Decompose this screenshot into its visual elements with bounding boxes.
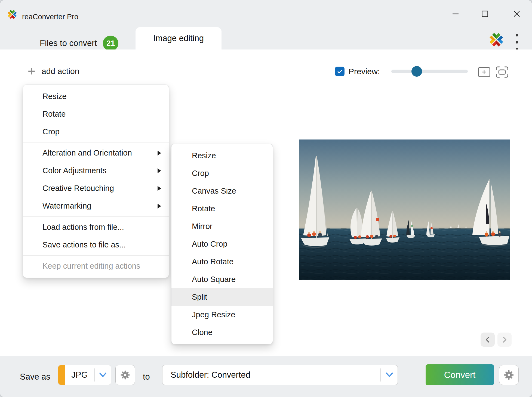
- zoom-original-button[interactable]: [478, 66, 491, 78]
- convert-label: Convert: [444, 370, 476, 380]
- tab-files-label: Files to convert: [40, 38, 97, 48]
- bottom-bar: Save as JPG to Subfolder: Converted Conv…: [0, 356, 532, 397]
- submenu-arrow-icon: [158, 151, 161, 156]
- submenu-item-mirror[interactable]: Mirror: [171, 218, 273, 235]
- submenu-item-auto-square[interactable]: Auto Square: [171, 271, 273, 288]
- gear-icon: [120, 370, 131, 380]
- menu-separator: [23, 255, 169, 256]
- fullscreen-icon: [496, 66, 508, 78]
- menu-separator: [23, 216, 169, 217]
- format-dropdown[interactable]: JPG: [58, 365, 111, 385]
- minimize-button[interactable]: [450, 8, 461, 19]
- format-value: JPG: [65, 365, 94, 385]
- preview-controls: Preview:: [334, 64, 532, 79]
- tab-image-editing-label: Image editing: [153, 33, 204, 43]
- submenu-arrow-icon: [158, 168, 161, 173]
- more-options-button[interactable]: [514, 32, 519, 52]
- submenu-item-auto-rotate[interactable]: Auto Rotate: [171, 253, 273, 271]
- add-action-button[interactable]: add action: [27, 64, 79, 79]
- menu-item-color-adjustments[interactable]: Color Adjustments: [23, 162, 169, 179]
- format-settings-button[interactable]: [115, 365, 135, 385]
- menu-item-save-actions-to-file[interactable]: Save actions to file as...: [23, 236, 169, 254]
- menu-item-keep-current-editing-actions: Keep current editing actions: [23, 257, 169, 275]
- submenu-item-rotate[interactable]: Rotate: [171, 200, 273, 218]
- divider: [94, 368, 95, 382]
- title-bar: reaConverter Pro: [0, 0, 532, 25]
- save-as-label: Save as: [20, 372, 50, 382]
- fullscreen-button[interactable]: [496, 66, 509, 78]
- maximize-icon: [481, 10, 488, 17]
- destination-value: Subfolder: Converted: [171, 365, 376, 385]
- submenu-item-split[interactable]: Split: [171, 288, 273, 306]
- menu-item-creative-retouching[interactable]: Creative Retouching: [23, 179, 169, 197]
- preview-label: Preview:: [349, 67, 380, 76]
- format-accent-strip: [58, 365, 65, 385]
- image-editing-panel: add action Preview:: [0, 49, 532, 356]
- menu-item-load-actions-from-file[interactable]: Load actions from file...: [23, 218, 169, 236]
- window-title: reaConverter Pro: [22, 13, 78, 21]
- minimize-icon: [452, 10, 459, 17]
- app-logo-icon: [6, 8, 18, 20]
- submenu-item-canvas-size[interactable]: Canvas Size: [171, 182, 273, 200]
- menu-separator: [23, 142, 169, 142]
- preview-image: [299, 139, 510, 280]
- to-label: to: [143, 372, 150, 382]
- submenu-item-clone[interactable]: Clone: [171, 324, 273, 341]
- maximize-button[interactable]: [479, 8, 490, 19]
- chevron-right-icon: [501, 336, 508, 343]
- submenu-arrow-icon: [158, 186, 161, 191]
- app-window: reaConverter Pro Files to convert 21 Ima…: [0, 0, 532, 397]
- reaconverter-logo-icon: [487, 31, 505, 49]
- preview-zoom-slider[interactable]: [391, 70, 468, 73]
- gear-icon: [503, 369, 515, 381]
- menu-item-alteration-and-orientation[interactable]: Alteration and Orientation: [23, 144, 169, 162]
- next-image-button[interactable]: [497, 333, 512, 347]
- submenu-item-jpeg-resize[interactable]: Jpeg Resize: [171, 306, 273, 324]
- close-icon: [513, 10, 520, 17]
- preview-checkbox[interactable]: [335, 67, 345, 76]
- add-action-label: add action: [42, 67, 79, 76]
- previous-image-button[interactable]: [481, 333, 495, 347]
- chevron-down-icon: [99, 371, 107, 379]
- submenu-item-resize[interactable]: Resize: [171, 147, 273, 165]
- conversion-settings-button[interactable]: [499, 365, 519, 385]
- chevron-left-icon: [484, 336, 491, 343]
- menu-item-watermarking[interactable]: Watermarking: [23, 197, 169, 215]
- plus-icon: [27, 67, 36, 75]
- menu-item-rotate[interactable]: Rotate: [23, 105, 169, 123]
- submenu-item-crop[interactable]: Crop: [171, 165, 273, 182]
- add-action-menu: Resize Rotate Crop Alteration and Orient…: [23, 85, 169, 278]
- alteration-submenu: Resize Crop Canvas Size Rotate Mirror Au…: [171, 144, 273, 344]
- submenu-item-auto-crop[interactable]: Auto Crop: [171, 235, 273, 253]
- close-button[interactable]: [511, 8, 522, 19]
- menu-item-resize[interactable]: Resize: [23, 88, 169, 105]
- menu-item-crop[interactable]: Crop: [23, 123, 169, 141]
- submenu-arrow-icon: [158, 204, 161, 209]
- check-icon: [337, 68, 343, 75]
- destination-dropdown[interactable]: Subfolder: Converted: [162, 365, 398, 385]
- slider-thumb[interactable]: [411, 66, 422, 77]
- zoom-plus-icon: [478, 67, 490, 77]
- convert-button[interactable]: Convert: [426, 364, 494, 385]
- tab-image-editing[interactable]: Image editing: [136, 27, 222, 49]
- divider: [380, 368, 381, 382]
- chevron-down-icon: [385, 371, 394, 379]
- files-count-badge: 21: [103, 36, 118, 51]
